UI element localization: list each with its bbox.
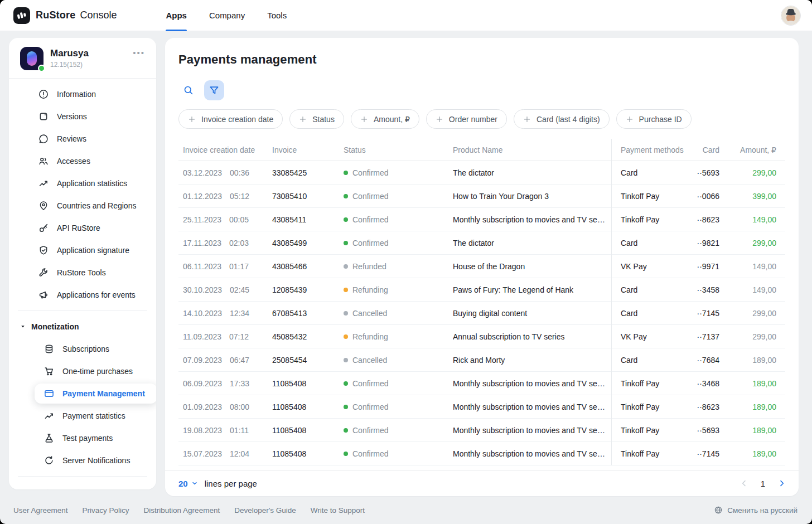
status-label: Confirmed	[352, 426, 389, 435]
filter-chip-order-number[interactable]: Order number	[426, 109, 507, 129]
sidebar-item-reviews[interactable]: Reviews	[9, 128, 156, 150]
status-label: Cancelled	[352, 309, 387, 318]
page-size-select[interactable]: 20	[178, 479, 198, 488]
sidebar-item-countries-and-regions[interactable]: Countries and Regions	[9, 195, 156, 217]
sidebar-section-monetization[interactable]: Monetization	[9, 316, 156, 338]
column-header-payment-methods: Payment methods	[611, 139, 690, 161]
language-switch[interactable]: Сменить на русский	[714, 506, 798, 515]
cell-invoice-number: 11085408	[272, 372, 344, 395]
sidebar-item-one-time-purchases[interactable]: One-time purchases	[9, 360, 156, 382]
search-icon[interactable]	[178, 80, 199, 100]
app-name: Marusya	[50, 47, 130, 59]
filter-chip-purchase-id[interactable]: Purchase ID	[616, 109, 692, 129]
next-page-icon[interactable]	[775, 477, 789, 490]
app-version: 12.15(152)	[50, 61, 130, 69]
top-nav-company[interactable]: Company	[209, 0, 245, 31]
filter-chip-status[interactable]: Status	[289, 109, 344, 129]
status-label: Confirmed	[352, 168, 389, 177]
cell-card: ··7145	[690, 302, 728, 325]
table-row[interactable]: 01.09.202308:0011085408ConfirmedMonthly …	[178, 395, 785, 419]
triangle-down-icon	[20, 324, 26, 329]
table-row[interactable]: 03.12.202300:3633085425ConfirmedThe dict…	[178, 161, 785, 185]
cell-payment-method: Tinkoff Pay	[611, 442, 690, 465]
cell-amount: 299,00	[728, 325, 785, 348]
table-row[interactable]: 14.10.202312:3467085413CancelledBuying d…	[178, 302, 785, 325]
sidebar-item-api-rustore[interactable]: API RuStore	[9, 217, 156, 239]
footer-links: User AgreementPrivacy PolicyDistribution…	[13, 506, 365, 515]
cell-payment-method: Tinkoff Pay	[611, 395, 690, 419]
top-nav-tools[interactable]: Tools	[267, 0, 287, 31]
brand-name: RuStore	[36, 9, 75, 21]
prev-page-icon[interactable]	[737, 477, 751, 490]
column-header-status: Status	[344, 139, 453, 161]
sidebar-item-label: Applications for events	[57, 290, 136, 299]
table-row[interactable]: 17.11.202302:0343085499ConfirmedThe dict…	[178, 231, 785, 255]
statistics-icon	[38, 178, 49, 189]
table-row[interactable]: 30.10.202302:4512085439RefundingPaws of …	[178, 278, 785, 302]
status-label: Confirmed	[352, 215, 389, 224]
footer-link-write-to-support[interactable]: Write to Support	[311, 506, 365, 515]
cell-invoice-number: 43085466	[272, 255, 344, 278]
table-row[interactable]: 11.09.202307:1245085432RefundingAnnual s…	[178, 325, 785, 348]
sidebar-item-payment-management[interactable]: Payment Management	[9, 382, 156, 405]
table-row[interactable]: 15.07.202312:0411085408ConfirmedMonthly …	[178, 442, 785, 465]
sidebar-section-testing-versions[interactable]: Testing Versions	[9, 481, 156, 489]
sidebar-item-rustore-tools[interactable]: RuStore Tools	[9, 261, 156, 284]
rustore-logo-icon	[13, 7, 30, 24]
cell-status: Confirmed	[344, 231, 453, 255]
plus-icon	[188, 115, 196, 123]
avatar-image	[781, 6, 800, 25]
plus-icon	[523, 115, 531, 123]
status-label: Confirmed	[352, 192, 389, 201]
table-row[interactable]: 07.09.202306:4725085454CancelledRick and…	[178, 348, 785, 372]
filter-chip-card-last-4-digits[interactable]: Card (last 4 digits)	[514, 109, 610, 129]
cell-status: Confirmed	[344, 208, 453, 231]
sidebar-item-test-payments[interactable]: Test payments	[9, 427, 156, 449]
sidebar-item-application-signature[interactable]: Application signature	[9, 239, 156, 261]
app-icon	[20, 47, 44, 70]
avatar[interactable]	[781, 6, 801, 26]
cell-amount: 149,00	[728, 278, 785, 302]
cell-status: Confirmed	[344, 442, 453, 465]
brand-suffix: Console	[80, 9, 117, 21]
more-dots-icon[interactable]: •••	[130, 47, 147, 59]
rustore-logo[interactable]: RuStore Console	[13, 7, 117, 24]
sidebar-item-application-statistics[interactable]: Application statistics	[9, 172, 156, 195]
filter-chip-invoice-creation-date[interactable]: Invoice creation date	[178, 109, 283, 129]
table-row[interactable]: 19.08.202301:1111085408ConfirmedMonthly …	[178, 419, 785, 442]
cell-payment-method: Card	[611, 278, 690, 302]
cell-payment-method: Card	[611, 231, 690, 255]
cell-invoice-date: 06.09.202317:33	[178, 372, 272, 395]
table-row[interactable]: 25.11.202300:0543085411ConfirmedMonthly …	[178, 208, 785, 231]
filter-funnel-icon[interactable]	[204, 80, 224, 100]
table-row[interactable]: 06.11.202301:1743085466RefundedHouse of …	[178, 255, 785, 278]
sidebar-item-accesses[interactable]: Accesses	[9, 150, 156, 172]
filter-chip-label: Order number	[449, 115, 497, 124]
sidebar-item-versions[interactable]: Versions	[9, 105, 156, 128]
table-row[interactable]: 01.12.202305:1273085410ConfirmedHow to T…	[178, 185, 785, 208]
footer-link-distribution-agreement[interactable]: Distribution Agreement	[144, 506, 220, 515]
sidebar-item-applications-for-events[interactable]: Applications for events	[9, 284, 156, 306]
chevron-down-icon	[191, 480, 198, 487]
cell-amount: 149,00	[728, 208, 785, 231]
cell-amount: 299,00	[728, 302, 785, 325]
page-title: Payments management	[178, 52, 785, 67]
sidebar-item-information[interactable]: Information	[9, 83, 156, 105]
table-row[interactable]: 06.09.202317:3311085408ConfirmedMonthly …	[178, 372, 785, 395]
filter-chip-amount[interactable]: Amount, ₽	[351, 109, 419, 129]
footer-link-privacy-policy[interactable]: Privacy Policy	[83, 506, 129, 515]
top-nav-apps[interactable]: Apps	[166, 0, 187, 31]
sidebar-item-subscriptions[interactable]: Subscriptions	[9, 338, 156, 360]
footer-link-user-agreement[interactable]: User Agreement	[13, 506, 68, 515]
cell-invoice-number: 43085411	[272, 208, 344, 231]
globe-icon	[714, 506, 723, 515]
cell-payment-method: Card	[611, 348, 690, 372]
sidebar-item-payment-statistics[interactable]: Payment statistics	[9, 405, 156, 427]
cell-card: ··7145	[690, 442, 728, 465]
cell-invoice-date: 15.07.202312:04	[178, 442, 272, 465]
cell-amount: 189,00	[728, 372, 785, 395]
cell-status: Confirmed	[344, 185, 453, 208]
cell-invoice-number: 11085408	[272, 419, 344, 442]
footer-link-developer-s-guide[interactable]: Developer's Guide	[234, 506, 296, 515]
sidebar-item-server-notifications[interactable]: Server Notifications	[9, 449, 156, 472]
